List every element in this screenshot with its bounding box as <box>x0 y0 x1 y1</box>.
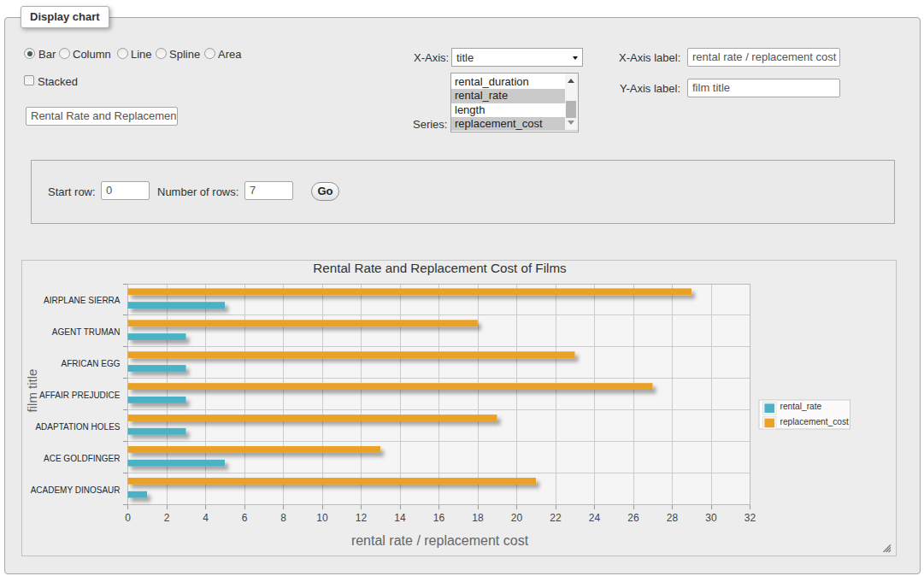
svg-text:rental rate / replacement cost: rental rate / replacement cost <box>351 533 529 548</box>
svg-text:Rental Rate and Replacement Co: Rental Rate and Replacement Cost of Film… <box>313 261 567 275</box>
svg-text:ADAPTATION HOLES: ADAPTATION HOLES <box>35 422 120 432</box>
svg-text:2: 2 <box>164 512 170 524</box>
svg-text:14: 14 <box>394 512 406 524</box>
svg-text:28: 28 <box>667 512 679 524</box>
svg-text:replacement_cost: replacement_cost <box>780 417 850 426</box>
svg-text:ACE GOLDFINGER: ACE GOLDFINGER <box>44 454 120 463</box>
svg-text:0: 0 <box>125 512 131 524</box>
svg-text:22: 22 <box>550 512 562 524</box>
svg-text:film title: film title <box>25 369 39 413</box>
svg-text:AFRICAN EGG: AFRICAN EGG <box>62 359 121 368</box>
svg-text:AGENT TRUMAN: AGENT TRUMAN <box>52 327 121 337</box>
svg-text:6: 6 <box>242 512 248 524</box>
svg-text:18: 18 <box>472 512 484 524</box>
svg-text:26: 26 <box>627 512 639 524</box>
svg-text:32: 32 <box>744 512 756 524</box>
svg-text:4: 4 <box>203 512 209 524</box>
svg-text:AIRPLANE SIERRA: AIRPLANE SIERRA <box>44 296 121 305</box>
svg-text:12: 12 <box>356 512 368 524</box>
svg-text:20: 20 <box>511 512 523 524</box>
svg-text:rental_rate: rental_rate <box>780 402 822 411</box>
svg-text:30: 30 <box>705 512 717 524</box>
svg-text:16: 16 <box>433 512 445 524</box>
svg-text:24: 24 <box>589 512 601 524</box>
svg-text:8: 8 <box>280 512 286 524</box>
svg-text:10: 10 <box>316 512 328 524</box>
svg-text:AFFAIR PREJUDICE: AFFAIR PREJUDICE <box>39 391 121 400</box>
svg-text:ACADEMY DINOSAUR: ACADEMY DINOSAUR <box>31 485 121 495</box>
